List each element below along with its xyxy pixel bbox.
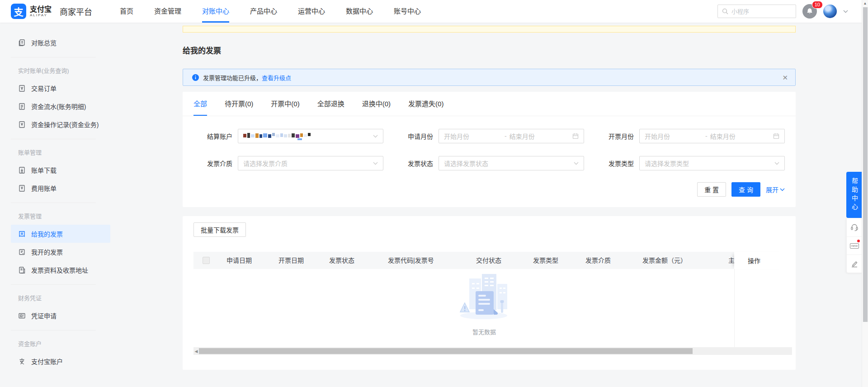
issue-month-start[interactable]: 开始月份 — [645, 132, 703, 141]
sidebar-item-reconciliation-overview[interactable]: 对账总览 — [11, 33, 110, 52]
search-box[interactable] — [717, 5, 796, 18]
vertical-scrollbar-thumb[interactable] — [863, 7, 868, 322]
empty-state: 暂无数据 — [183, 274, 786, 336]
col-operation-fixed: 操作 — [734, 252, 786, 269]
nav-item-products[interactable]: 产品中心 — [240, 0, 288, 23]
expand-link[interactable]: 展开 — [766, 185, 785, 194]
invoice-status-placeholder: 请选择发票状态 — [444, 159, 488, 168]
query-button[interactable]: 查 询 — [731, 182, 760, 197]
table-header: 申请日期 开票日期 发票状态 发票代码|发票号 交付状态 发票类型 发票介质 发… — [193, 252, 734, 269]
select-all-checkbox[interactable] — [203, 257, 210, 264]
reconciliation-overview-icon — [18, 39, 26, 47]
sidebar-item-alipay-account[interactable]: 支付宝账户 — [11, 352, 110, 370]
filter-apply-month: 申请月份 开始月份 - 结束月份 — [394, 129, 595, 143]
tab-returning[interactable]: 退换中(0) — [362, 92, 391, 116]
sidebar-item-label: 凭证申请 — [31, 311, 57, 320]
col-operation-label: 操作 — [748, 256, 760, 265]
batch-download-button[interactable]: 批量下载发票 — [193, 222, 246, 237]
filter-row-2: 发票介质 请选择发票介质 发票状态 请选择发票状态 发票类型 — [183, 156, 796, 170]
apply-month-end[interactable]: 结束月份 — [509, 132, 572, 141]
col-issue-date: 开票日期 — [278, 252, 304, 269]
sidebar-group-header: 资金账户 — [0, 336, 118, 352]
sidebar-item-trade-orders[interactable]: 交易订单 — [11, 79, 110, 97]
sidebar-item-bill-download[interactable]: 账单下载 — [11, 161, 110, 179]
invoice-tabs: 全部 待开票(0) 开票中(0) 全部退换 退换中(0) 发票遗失(0) — [183, 92, 796, 116]
whats-new-button[interactable]: new — [847, 236, 862, 255]
customer-service-button[interactable] — [847, 218, 862, 236]
sidebar-item-fee-bill[interactable]: 费用账单 — [11, 179, 110, 197]
help-center-label: 帮助中心 — [850, 178, 859, 212]
nav-item-home[interactable]: 首页 — [109, 0, 144, 23]
sidebar-item-label: 资金流水(账务明细) — [31, 102, 86, 111]
filter-invoice-type: 发票类型 请选择发票类型 — [595, 156, 796, 170]
issue-month-end[interactable]: 结束月份 — [710, 132, 773, 141]
headset-icon — [850, 223, 859, 231]
nav-item-funds[interactable]: 资金管理 — [144, 0, 192, 23]
tab-issuing[interactable]: 开票中(0) — [271, 92, 299, 116]
sidebar-item-label: 发票资料及收票地址 — [31, 265, 88, 274]
top-navbar: 支 支付宝 ALIPAY 商家平台 首页 资金管理 对账中心 产品中心 运营中心… — [0, 0, 868, 23]
nav-item-data[interactable]: 数据中心 — [335, 0, 383, 23]
trade-orders-icon — [18, 85, 26, 92]
sidebar-item-voucher-apply[interactable]: 凭证申请 — [11, 307, 110, 325]
invoice-medium-label: 发票介质 — [193, 159, 232, 168]
sidebar-group-header: 账单管理 — [0, 145, 118, 161]
view-upgrade-link[interactable]: 查看升级点 — [262, 73, 291, 82]
search-input[interactable] — [731, 8, 790, 15]
sidebar-item-invoices-by-me[interactable]: 我开的发票 — [11, 243, 110, 261]
horizontal-scrollbar-thumb[interactable] — [199, 348, 693, 354]
sidebar-item-label: 给我的发票 — [31, 229, 63, 238]
scroll-up-arrow-icon[interactable]: ▲ — [862, 0, 868, 7]
alipay-account-icon — [18, 358, 26, 365]
invoice-medium-select[interactable]: 请选择发票介质 — [238, 156, 383, 170]
chevron-down-icon — [774, 162, 779, 165]
alipay-logo-icon[interactable]: 支 — [11, 4, 26, 19]
page-vertical-scrollbar[interactable]: ▲ — [862, 0, 868, 387]
chevron-down-icon — [780, 188, 785, 191]
nav-item-operations[interactable]: 运营中心 — [288, 0, 335, 23]
tab-all[interactable]: 全部 — [193, 92, 207, 116]
brand-name-cn: 支付宝 — [30, 5, 52, 13]
tab-pending[interactable]: 待开票(0) — [225, 92, 253, 116]
filter-invoice-status: 发票状态 请选择发票状态 — [394, 156, 595, 170]
close-icon[interactable]: ✕ — [782, 74, 788, 81]
col-invoice-code-number: 发票代码|发票号 — [388, 252, 434, 269]
sidebar-item-invoice-info-address[interactable]: 发票资料及收票地址 — [11, 261, 110, 279]
invoice-type-select[interactable]: 请选择发票类型 — [639, 156, 785, 170]
horizontal-scrollbar[interactable]: ◀ — [193, 347, 792, 355]
user-avatar[interactable] — [823, 5, 837, 18]
issue-month-range-picker[interactable]: 开始月份 - 结束月份 — [639, 129, 785, 143]
sidebar-item-fund-flow[interactable]: 资金流水(账务明细) — [11, 97, 110, 115]
nav-item-reconciliation[interactable]: 对账中心 — [192, 0, 240, 23]
chevron-down-icon — [373, 135, 378, 138]
invoice-type-placeholder: 请选择发票类型 — [645, 159, 689, 168]
fund-operations-icon — [18, 121, 26, 128]
tab-lost[interactable]: 发票遗失(0) — [408, 92, 443, 116]
brand-name: 支付宝 ALIPAY — [30, 5, 52, 17]
filter-row-1: 结算账户 — [183, 129, 796, 143]
scroll-left-arrow-icon[interactable]: ◀ — [193, 347, 199, 355]
feedback-button[interactable] — [847, 255, 862, 273]
range-separator: - — [505, 132, 507, 140]
col-delivery-status: 交付状态 — [476, 252, 501, 269]
sidebar-group-header: 发票管理 — [0, 208, 118, 225]
reset-button[interactable]: 重 置 — [697, 182, 726, 197]
sidebar-item-label: 费用账单 — [31, 184, 57, 193]
col-invoice-amount: 发票金额（元） — [642, 252, 687, 269]
help-center-button[interactable]: 帮助中心 — [846, 172, 863, 218]
settle-account-select[interactable] — [238, 129, 383, 143]
sidebar-item-fund-operations[interactable]: 资金操作记录(资金业务) — [11, 115, 110, 133]
filter-invoice-medium: 发票介质 请选择发票介质 — [193, 156, 394, 170]
apply-month-start[interactable]: 开始月份 — [444, 132, 502, 141]
expand-label: 展开 — [766, 185, 778, 194]
nav-item-account[interactable]: 账号中心 — [383, 0, 431, 23]
filter-settle-account: 结算账户 — [193, 129, 394, 143]
sidebar-item-label: 我开的发票 — [31, 247, 63, 256]
invoice-table-card: 批量下载发票 申请日期 开票日期 发票状态 发票代码|发票号 交付状态 发票类型… — [183, 216, 796, 370]
sidebar-item-invoices-to-me[interactable]: 给我的发票 — [11, 225, 110, 243]
navbar-right: 10 — [717, 4, 856, 19]
tab-all-returns[interactable]: 全部退换 — [317, 92, 344, 116]
chevron-down-icon[interactable] — [843, 10, 848, 13]
apply-month-range-picker[interactable]: 开始月份 - 结束月份 — [439, 129, 584, 143]
invoice-status-select[interactable]: 请选择发票状态 — [439, 156, 584, 170]
